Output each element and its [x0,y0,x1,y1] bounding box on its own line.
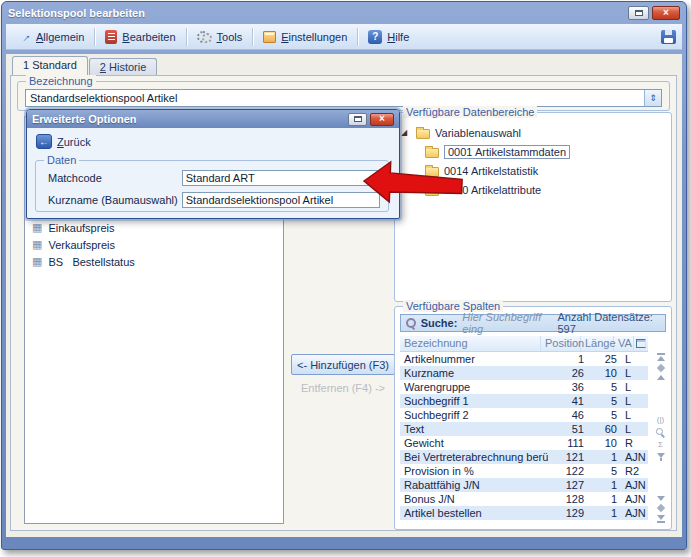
dialog-restore-button[interactable] [348,113,367,126]
prev-row-icon[interactable] [657,375,665,380]
updown-arrow-icon: ⇕ [649,93,657,103]
column-chooser-icon[interactable] [636,339,646,348]
tab-standard[interactable]: 1 Standard [12,56,88,75]
tree-item-label-selected: 0001 Artikelstammdaten [444,145,570,159]
header-position[interactable]: Position [541,336,581,351]
cell-laenge: 25 [588,352,621,366]
cell-position: 51 [548,422,588,436]
arrow-ne-icon: → [16,27,34,45]
cell-position: 128 [548,492,588,506]
cell-laenge: 1 [588,506,621,520]
cell-va: AJN [621,506,648,520]
menu-allgemein[interactable]: → Allgemein [12,28,91,46]
tree-root[interactable]: ◢ Variablenauswahl [401,123,667,142]
cell-bezeichnung: Artikelnummer [400,352,548,366]
cell-bezeichnung: Rabattfähig J/N [400,478,548,492]
add-button[interactable]: <- Hinzufügen (F3) [291,354,395,375]
matchcode-input[interactable] [182,170,380,186]
menu-allgemein-label: Allgemein [36,31,84,43]
save-icon[interactable] [661,30,676,44]
cell-laenge: 1 [588,478,621,492]
main-window: Selektionspool bearbeiten × → Allgemein … [1,1,687,550]
goto-first-icon[interactable] [657,353,665,361]
goto-last-icon[interactable] [657,515,665,523]
cell-bezeichnung: Suchbegriff 2 [400,408,548,422]
table-row[interactable]: Text5160L [400,422,648,436]
tab-strip: 1 Standard 2 Historie [12,56,157,75]
restore-button[interactable] [628,6,649,20]
menu-einstellungen-label: Einstellungen [281,31,347,43]
cell-position: 127 [548,478,588,492]
table-row[interactable]: Bei Vertreterabrechnung berücksichtige12… [400,450,648,464]
cell-position: 122 [548,464,588,478]
close-icon: × [379,114,385,124]
sum-icon[interactable]: Σ [658,441,663,449]
tree-item[interactable]: 0014 Artikelstatistik [401,161,667,180]
cell-va: AJN [621,478,648,492]
daten-label: Daten [44,154,79,166]
close-button[interactable]: × [652,6,680,20]
back-button[interactable]: ← Zurück [36,134,91,149]
cell-bezeichnung: Warengruppe [400,380,548,394]
back-button-label: Zurück [57,136,91,148]
toolbar-separator [252,28,253,46]
filter-icon[interactable] [657,453,665,461]
cell-position: 26 [548,366,588,380]
page-up-icon[interactable] [656,364,664,372]
table-row[interactable]: Suchbegriff 2465L [400,408,648,422]
folder-icon [425,167,439,177]
header-bezeichnung[interactable]: Bezeichnung [400,336,541,351]
bezeichnung-label: Bezeichnung [26,75,96,87]
table-row[interactable]: Warengruppe365L [400,380,648,394]
cell-laenge: 10 [588,366,621,380]
cell-bezeichnung: Text [400,422,548,436]
column-width-icon[interactable]: (|) [657,416,664,424]
kurzname-input[interactable] [182,192,380,208]
bezeichnung-input[interactable] [26,90,644,106]
bezeichnung-group: Bezeichnung ⇕ [17,81,670,111]
menu-tools[interactable]: Tools [190,28,250,45]
tab-historie[interactable]: 2 Historie [89,58,157,75]
combobox-dropdown-button[interactable]: ⇕ [644,90,661,106]
titlebar: Selektionspool bearbeiten × [2,2,686,24]
cell-position: 121 [548,450,588,464]
table-row[interactable]: Rabattfähig J/N1271AJN [400,478,648,492]
menu-bearbeiten[interactable]: Bearbeiten [98,28,182,46]
matchcode-label: Matchcode [48,172,182,184]
table-row[interactable]: Provision in %1225R2 [400,464,648,478]
cell-va: AJN [621,492,648,506]
table-row[interactable]: Bonus J/N1281AJN [400,492,648,506]
cell-laenge: 1 [588,492,621,506]
table-row[interactable]: Artikelnummer125L [400,352,648,366]
page-down-icon[interactable] [656,504,664,512]
cell-laenge: 60 [588,422,621,436]
header-va[interactable]: VA [614,336,634,351]
tree-item[interactable]: 0001 Artikelstammdaten [401,142,667,161]
list-item[interactable]: ▦ Einkaufspreis [25,219,283,236]
menu-hilfe[interactable]: ? Hilfe [361,28,416,46]
cell-va: R [621,436,648,450]
search-row-icon[interactable] [656,428,665,437]
dialog-close-button[interactable]: × [370,113,394,126]
table-row[interactable]: Kurzname2610L [400,366,648,380]
cell-va: L [621,380,648,394]
cell-position: 1 [548,352,588,366]
table-row[interactable]: Suchbegriff 1415L [400,394,648,408]
expander-icon[interactable]: ◢ [401,128,411,137]
tree-item[interactable]: 0000 Artikelattribute [401,180,667,199]
list-item[interactable]: ▦ BS Bestellstatus [25,253,283,270]
kurzname-row: Kurzname (Baumauswahl) [48,192,380,208]
search-bar[interactable]: Suche: Hier Suchbegriff eing Anzahl Date… [400,314,666,332]
list-item[interactable]: ▦ Verkaufspreis [25,236,283,253]
table-row[interactable]: Artikel bestellen1291AJN [400,506,648,520]
menu-tools-label: Tools [217,31,243,43]
next-row-icon[interactable] [657,496,665,501]
table-row[interactable]: Gewicht11110R [400,436,648,450]
notebook-icon [105,30,117,44]
bezeichnung-combobox[interactable]: ⇕ [25,89,662,107]
menu-einstellungen[interactable]: Einstellungen [256,29,354,45]
settings-window-icon [263,31,276,43]
cell-va: L [621,352,648,366]
tree-root-label: Variablenauswahl [435,127,521,139]
header-laenge[interactable]: Länge [581,336,614,351]
